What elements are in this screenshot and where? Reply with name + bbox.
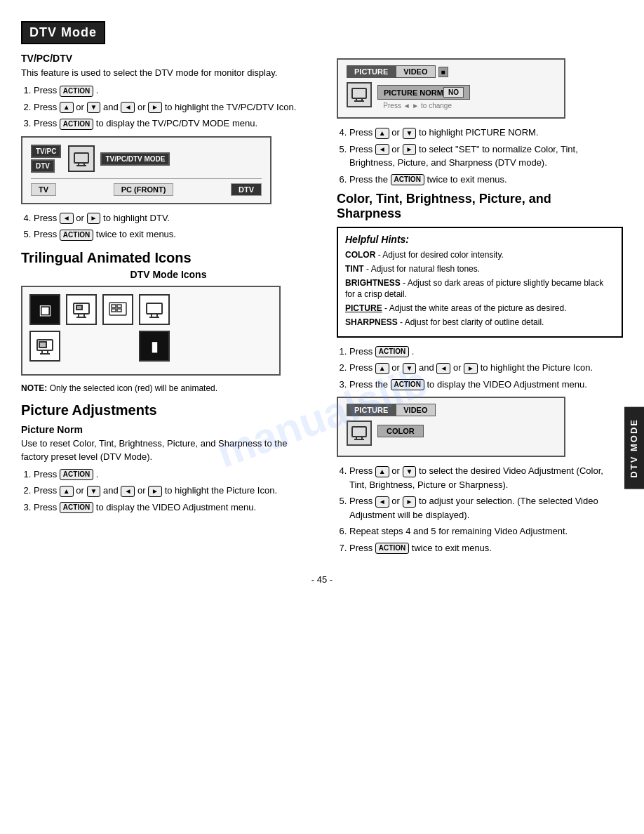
video-tab: VIDEO: [396, 65, 435, 78]
page-title: DTV Mode: [21, 21, 105, 44]
tvpc-steps: Press ACTION . Press ▲ or ▼ and ◄ or ► t…: [34, 84, 316, 131]
left-btn: ◄: [436, 363, 450, 374]
screen-subtext: Press ◄ ► to change: [377, 102, 470, 110]
list-item: Repeat steps 4 and 5 for remaining Video…: [349, 524, 623, 538]
svg-rect-10: [112, 305, 116, 307]
color-tint-heading: Color, Tint, Brightness, Picture, andSha…: [337, 192, 623, 221]
action-btn: ACTION: [391, 174, 424, 185]
up-btn: ▲: [375, 363, 389, 374]
picture-norm-heading: Picture Norm: [21, 424, 316, 435]
tvpc-bottom-row: TV PC (FRONT) DTV: [31, 178, 262, 196]
left-column: TV/PC/DTV This feature is used to select…: [21, 53, 316, 560]
action-btn: ACTION: [60, 230, 93, 241]
svg-rect-11: [117, 305, 121, 307]
page: DTV Mode TV/PC/DTV This feature is used …: [0, 0, 644, 834]
action-btn: ACTION: [60, 502, 93, 513]
and-text: and: [419, 362, 434, 373]
up-btn: ▲: [375, 128, 389, 139]
right-btn: ►: [148, 102, 162, 113]
picture-adjustments-heading: Picture Adjustments: [21, 402, 316, 418]
list-item: Press ▲ or ▼ and ◄ or ► to highlight the…: [34, 100, 316, 114]
color-tint-steps-cont: Press ▲ or ▼ to select the desired Video…: [349, 464, 623, 555]
picture-tab: PICTURE: [347, 65, 396, 78]
list-item: Press ▲ or ▼ and ◄ or ► to highlight the…: [34, 484, 316, 498]
side-tab: DTV MODE: [624, 407, 644, 489]
list-item: Press ACTION to display the VIDEO Adjust…: [34, 501, 316, 515]
list-item: Press the ACTION twice to exit menus.: [349, 173, 623, 187]
trilingual-icons-box: ▣: [21, 286, 281, 376]
up-btn: ▲: [375, 466, 389, 477]
right-btn: ►: [148, 486, 162, 497]
pv-screen-tabs: PICTURE VIDEO ■: [347, 65, 556, 78]
hint-brightness: BRIGHTNESS - Adjust so dark areas of pic…: [345, 277, 615, 301]
and-text: and: [103, 102, 119, 112]
right-column: PICTURE VIDEO ■ PICTURE NORM NO: [337, 53, 623, 560]
icon-spacer2: [102, 331, 133, 362]
icon-5: [29, 331, 60, 362]
helpful-hints-box: Helpful Hints: COLOR - Adjust for desire…: [337, 227, 623, 338]
right-btn: ►: [403, 496, 417, 508]
icon-filled-1: ▣: [29, 294, 60, 325]
list-item: Press ACTION .: [349, 345, 623, 359]
list-item: Press ◄ or ► to adjust your selection. (…: [349, 494, 623, 522]
icon-filled-2: ▮: [139, 331, 170, 362]
video-tab-2: VIDEO: [396, 404, 435, 416]
tvpc-steps-cont: Press ◄ or ► to highlight DTV. Press ACT…: [34, 211, 316, 241]
svg-rect-13: [117, 309, 121, 312]
pv-icon-2: [347, 421, 372, 446]
left-btn: ◄: [60, 213, 74, 224]
svg-rect-12: [112, 309, 116, 312]
picture-norm-screen-top: PICTURE VIDEO ■ PICTURE NORM NO: [337, 58, 565, 119]
color-screen: PICTURE VIDEO COLOR: [337, 397, 565, 457]
up-btn: ▲: [60, 102, 74, 113]
list-item: Press ACTION twice to exit menus.: [34, 227, 316, 241]
list-item: Press ▲ or ▼ to highlight PICTURE NORM.: [349, 126, 623, 140]
pv-icon: [347, 82, 372, 107]
icons-row-1: ▣: [29, 294, 272, 325]
down-btn: ▼: [403, 128, 417, 139]
tvpc-screen-top: TV/PC DTV TV/PC/DTV MODE: [31, 145, 262, 173]
color-tint-steps: Press ACTION . Press ▲ or ▼ and ◄ or ► t…: [349, 345, 623, 392]
hint-tint: TINT - Adjust for natural flesh tones.: [345, 263, 615, 275]
list-item: Press ▲ or ▼ and ◄ or ► to highlight the…: [349, 361, 623, 375]
hint-sharpness: SHARPNESS - Adjust for best clarity of o…: [345, 317, 615, 329]
svg-rect-8: [76, 305, 82, 310]
tv-option: TV: [31, 183, 56, 196]
down-btn: ▼: [87, 486, 101, 497]
color-menu-item: COLOR: [377, 425, 424, 437]
action-btn: ACTION: [60, 86, 93, 97]
list-item: Press ◄ or ► to highlight DTV.: [34, 211, 316, 225]
action-btn: ACTION: [60, 119, 93, 130]
and-text: and: [431, 157, 446, 168]
tv-pc-label: TV/PC: [31, 145, 61, 158]
picture-norm-label: PICTURE NORM: [384, 88, 443, 97]
trilingual-note: NOTE: Only the selected icon (red) will …: [21, 383, 316, 395]
right-btn: ►: [464, 363, 478, 374]
tvpc-intro: This feature is used to select the DTV m…: [21, 67, 316, 79]
pc-option: PC (FRONT): [114, 183, 174, 196]
dtv-mode-icons-title: DTV Mode Icons: [21, 269, 316, 280]
dtv-label: DTV: [31, 159, 55, 173]
list-item: Press ▲ or ▼ to select the desired Video…: [349, 464, 623, 491]
trilingual-heading: Trilingual Animated Icons: [21, 250, 316, 266]
svg-rect-22: [39, 342, 46, 348]
list-item: Press ACTION .: [34, 84, 316, 98]
color-screen-tabs: PICTURE VIDEO: [347, 404, 556, 416]
action-btn: ACTION: [375, 543, 409, 554]
svg-rect-14: [147, 303, 162, 314]
picture-norm-intro: Use to reset Color, Tint, Brightness, Pi…: [21, 437, 316, 463]
list-item: Press ACTION twice to exit menus.: [349, 541, 623, 555]
icon-4: [139, 294, 170, 325]
right-steps-4-6: Press ▲ or ▼ to highlight PICTURE NORM. …: [349, 126, 623, 186]
tvpc-screen: TV/PC DTV TV/PC/DTV MODE TV P: [21, 136, 271, 204]
left-btn: ◄: [121, 102, 135, 113]
down-btn: ▼: [403, 466, 417, 477]
left-btn: ◄: [375, 144, 389, 155]
left-btn: ◄: [375, 496, 389, 508]
picture-norm-value: NO: [443, 87, 464, 98]
left-btn: ◄: [121, 486, 135, 497]
tvpc-screen-icon: [68, 145, 95, 172]
action-btn: ACTION: [391, 379, 424, 390]
picture-norm-menu: PICTURE NORM NO: [377, 85, 470, 100]
list-item: Press ACTION to display the TV/PC/DTV MO…: [34, 117, 316, 131]
